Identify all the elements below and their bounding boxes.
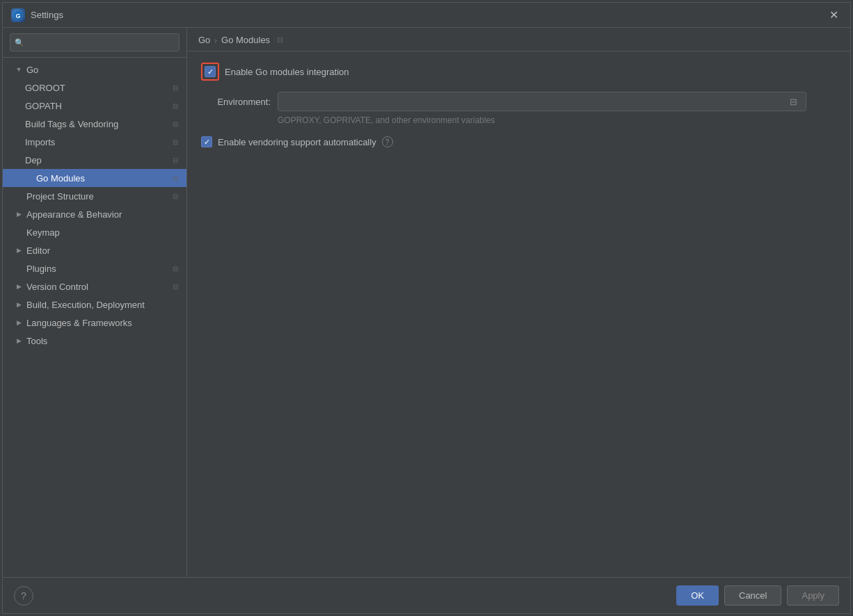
page-icon: ⊟ [170,154,181,165]
chevron-right-icon: ▶ [14,318,24,327]
close-button[interactable]: ✕ [825,7,842,24]
nav-tree: ▼ Go GOROOT ⊟ GOPATH ⊟ Build Tags & Vend… [3,58,186,577]
sidebar-item-label: Dep [25,155,170,165]
environment-input-wrap[interactable]: ⊟ [278,92,806,111]
sidebar-item-editor[interactable]: ▶ Editor [3,241,186,259]
sidebar-item-languages[interactable]: ▶ Languages & Frameworks [3,314,186,332]
search-input[interactable] [27,38,175,47]
sidebar-item-project-structure[interactable]: Project Structure ⊟ [3,187,186,205]
sidebar-item-label: Tools [26,336,181,346]
window-title: Settings [31,10,825,20]
content-area: 🔍 ▼ Go GOROOT ⊟ GOPATH [3,28,850,577]
sidebar-item-gopath[interactable]: GOPATH ⊟ [3,97,186,115]
main-content: ✓ Enable Go modules integration Environm… [187,51,850,577]
sidebar-item-label: Build Tags & Vendoring [25,119,170,129]
button-group: OK Cancel Apply [676,585,839,606]
breadcrumb-separator: › [214,36,217,44]
chevron-right-icon: ▶ [14,209,24,219]
search-input-wrap[interactable]: 🔍 [10,33,180,51]
cancel-button[interactable]: Cancel [724,585,781,606]
breadcrumb: Go › Go Modules ⊟ [187,28,850,51]
chevron-right-icon: ▶ [14,336,24,346]
environment-label: Environment: [201,97,271,107]
apply-button[interactable]: Apply [787,585,839,606]
sidebar-item-label: GOPATH [25,101,170,111]
sidebar-item-label: GOROOT [25,83,170,93]
bottom-bar: ? OK Cancel Apply [3,577,850,613]
chevron-down-icon: ▼ [14,65,24,74]
sidebar-item-label: Build, Execution, Deployment [26,300,181,310]
sidebar-item-version-control[interactable]: ▶ Version Control ⊟ [3,277,186,295]
enable-modules-checkbox[interactable]: ✓ [205,66,216,77]
search-icon: 🔍 [15,38,24,47]
environment-hint: GOPROXY, GOPRIVATE, and other environmen… [278,115,836,125]
page-icon: ⊟ [170,263,181,274]
sidebar-item-go-modules[interactable]: Go Modules ⊟ [3,169,186,187]
page-icon: ⊟ [170,100,181,111]
page-icon: ⊟ [170,172,181,184]
sidebar-item-imports[interactable]: Imports ⊟ [3,133,186,151]
vendoring-help-icon[interactable]: ? [382,136,393,147]
sidebar-item-dep[interactable]: Dep ⊟ [3,151,186,169]
sidebar-item-label: Languages & Frameworks [26,318,181,328]
vendoring-row: ✓ Enable vendoring support automatically… [201,136,836,147]
sidebar-item-build-exec[interactable]: ▶ Build, Execution, Deployment [3,295,186,314]
title-bar: G Settings ✕ [3,3,850,28]
sidebar-item-tools[interactable]: ▶ Tools [3,332,186,350]
breadcrumb-go: Go [198,35,210,45]
enable-modules-label: Enable Go modules integration [225,67,349,77]
environment-browse-button[interactable]: ⊟ [785,93,802,110]
page-icon: ⊟ [170,136,181,147]
sidebar-item-label: Version Control [26,282,170,292]
breadcrumb-go-modules: Go Modules [221,35,270,45]
help-button[interactable]: ? [14,586,33,606]
page-icon: ⊟ [170,82,181,93]
sidebar-item-plugins[interactable]: Plugins ⊟ [3,259,186,277]
enable-modules-highlight: ✓ [201,63,219,81]
sidebar-item-label: Appearance & Behavior [26,209,181,220]
chevron-right-icon: ▶ [14,245,24,255]
chevron-right-icon: ▶ [14,282,24,291]
sidebar-item-label: Project Structure [26,191,170,202]
sidebar-item-label: Editor [26,245,181,256]
settings-dialog: G Settings ✕ 🔍 ▼ Go [2,2,851,614]
environment-row: Environment: ⊟ [201,92,836,111]
sidebar-item-go[interactable]: ▼ Go [3,60,186,79]
search-box: 🔍 [3,28,186,58]
sidebar-item-label: Imports [25,137,170,147]
sidebar-item-appearance[interactable]: ▶ Appearance & Behavior [3,205,186,223]
sidebar-item-label: Go Modules [36,173,170,184]
breadcrumb-page-icon: ⊟ [277,35,283,44]
main-panel: Go › Go Modules ⊟ ✓ Enable Go modules in… [187,28,850,577]
page-icon: ⊟ [170,281,181,292]
sidebar-item-build-tags[interactable]: Build Tags & Vendoring ⊟ [3,115,186,133]
sidebar-item-label: Plugins [26,264,170,274]
chevron-right-icon: ▶ [14,300,24,309]
enable-vendoring-checkbox[interactable]: ✓ [201,136,212,147]
app-icon: G [11,8,25,22]
ok-button[interactable]: OK [676,585,719,606]
sidebar: 🔍 ▼ Go GOROOT ⊟ GOPATH [3,28,187,577]
enable-vendoring-label: Enable vendoring support automatically [218,137,376,147]
enable-modules-row: ✓ Enable Go modules integration [201,63,836,81]
sidebar-item-label: Keymap [26,227,181,238]
sidebar-item-keymap[interactable]: Keymap [3,223,186,241]
sidebar-item-label: Go [26,65,181,75]
page-icon: ⊟ [170,118,181,129]
environment-input[interactable] [282,97,785,106]
sidebar-item-goroot[interactable]: GOROOT ⊟ [3,79,186,97]
page-icon: ⊟ [170,191,181,202]
svg-text:G: G [15,13,20,19]
